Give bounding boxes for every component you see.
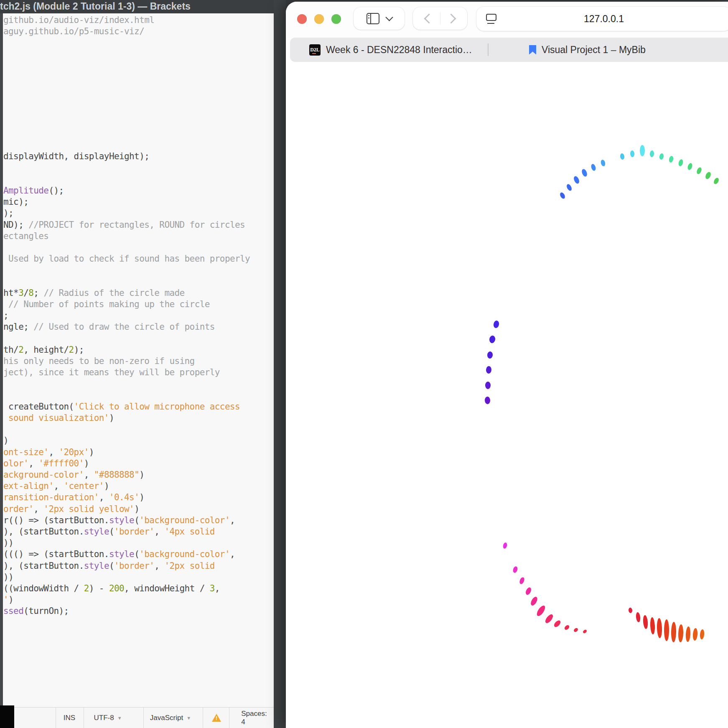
tab-visual-project-mybib[interactable]: Visual Project 1 – MyBib: [529, 38, 646, 62]
code-line: ectangles: [3, 231, 48, 242]
d2l-favicon: D2L: [309, 44, 321, 56]
code-line: his only needs to be non-zero if using: [3, 356, 195, 367]
code-line: sound visualization'): [3, 412, 114, 424]
code-line: ), (startButton.style('border', '4px sol…: [3, 526, 215, 537]
ins-toggle-label: INS: [64, 714, 75, 722]
bookmark-icon: [529, 45, 536, 55]
language-dropdown[interactable]: JavaScript▼: [150, 708, 191, 728]
warning-icon: !: [211, 714, 221, 722]
code-line: ), (startButton.style('border', '2px sol…: [3, 560, 215, 572]
brackets-title-bar: tch2.js (Module 2 Tutorial 1-3) — Bracke…: [0, 0, 274, 13]
history-nav-group: [413, 7, 467, 30]
code-line: order', '2px solid yellow'): [3, 504, 139, 515]
statusbar-separator: [84, 708, 84, 728]
code-line: // Number of points making up the circle: [3, 299, 210, 310]
safari-window: 127.0.0.1 D2L Week 6 - DESN22848 Interac…: [286, 2, 728, 728]
code-line: Amplitude();: [3, 185, 64, 196]
code-line: '): [3, 594, 13, 606]
code-line: ext-align', 'center'): [3, 481, 109, 492]
address-bar[interactable]: 127.0.0.1: [476, 7, 728, 31]
tab-separator: [488, 43, 489, 56]
code-line: ackground-color', "#888888"): [3, 469, 144, 481]
code-line: ransition-duration', '0.4s'): [3, 492, 144, 503]
spaces-setting[interactable]: Spaces: 4: [241, 708, 267, 728]
code-line: ht*3/8; // Radius of the circle made: [3, 288, 185, 299]
chevron-down-icon: [385, 13, 393, 21]
code-line: createButton('Click to allow microphone …: [3, 401, 240, 412]
code-line: Used by load to check if sound has been …: [3, 253, 250, 265]
tab-week6-desn22848[interactable]: D2L Week 6 - DESN22848 Interactio…: [309, 38, 472, 62]
code-line: olor', '#ffff00'): [3, 458, 89, 469]
sidebar-toggle-button[interactable]: [354, 7, 405, 30]
sidebar-icon: [367, 13, 379, 24]
code-line: th/2, height/2);: [3, 344, 84, 356]
tab-label: Visual Project 1 – MyBib: [542, 44, 646, 56]
statusbar-separator: [229, 708, 229, 728]
close-window-button[interactable]: [297, 14, 307, 24]
code-line: r(() => (startButton.style('background-c…: [3, 515, 235, 526]
brackets-window: tch2.js (Module 2 Tutorial 1-3) — Bracke…: [0, 0, 286, 728]
encoding-dropdown-label: UTF-8: [94, 714, 114, 722]
statusbar-separator: [56, 708, 56, 728]
brackets-status-bar: INSUTF-8▼JavaScript▼!Spaces: 4: [0, 707, 274, 728]
code-line: ;: [3, 310, 8, 321]
nav-divider: [440, 12, 440, 25]
screen-corner-black-box: [0, 705, 14, 728]
code-line: ): [3, 435, 8, 446]
safari-toolbar: 127.0.0.1: [286, 2, 728, 38]
brackets-right-panel: [274, 0, 286, 728]
code-line: mic);: [3, 196, 28, 208]
code-line: )): [3, 572, 13, 583]
code-line: github.io/audio-viz/index.html: [3, 15, 154, 26]
code-line: ND); //PROJECT for rectangles, ROUND for…: [3, 219, 245, 231]
tab-bar: D2L Week 6 - DESN22848 Interactio… Visua…: [290, 38, 728, 62]
code-line: );: [3, 208, 13, 219]
code-line: aguy.github.io/p5-music-viz/: [3, 26, 144, 37]
code-line: ssed(turnOn);: [3, 606, 69, 617]
code-line: ((() => (startButton.style('background-c…: [3, 549, 235, 560]
forward-icon[interactable]: [446, 13, 456, 23]
brackets-left-edge: [0, 13, 3, 707]
minimize-window-button[interactable]: [314, 14, 324, 24]
statusbar-separator: [143, 708, 144, 728]
dropdown-arrow-icon: ▼: [117, 715, 122, 720]
code-lines: github.io/audio-viz/index.htmlaguy.githu…: [3, 15, 274, 707]
encoding-dropdown[interactable]: UTF-8▼: [94, 708, 122, 728]
ins-toggle[interactable]: INS: [64, 708, 75, 728]
zoom-window-button[interactable]: [331, 14, 341, 24]
code-line: ject), since it means they will be prope…: [3, 367, 220, 378]
code-line: ont-size', '20px'): [3, 447, 94, 458]
url-text: 127.0.0.1: [476, 7, 728, 31]
statusbar-separator: [203, 708, 203, 728]
tab-label: Week 6 - DESN22848 Interactio…: [326, 44, 472, 56]
code-line: )): [3, 537, 13, 549]
code-line: ((windowWidth / 2) - 200, windowHeight /…: [3, 583, 220, 594]
language-dropdown-label: JavaScript: [150, 714, 183, 722]
back-icon[interactable]: [424, 13, 434, 23]
code-editor[interactable]: github.io/audio-viz/index.htmlaguy.githu…: [3, 13, 274, 707]
dropdown-arrow-icon: ▼: [186, 715, 191, 720]
code-line: displayWidth, displayHeight);: [3, 151, 149, 162]
lint-warning[interactable]: !: [211, 708, 221, 728]
code-line: ngle; // Used to draw the circle of poin…: [3, 321, 215, 333]
spaces-setting-label: Spaces: 4: [241, 710, 267, 726]
